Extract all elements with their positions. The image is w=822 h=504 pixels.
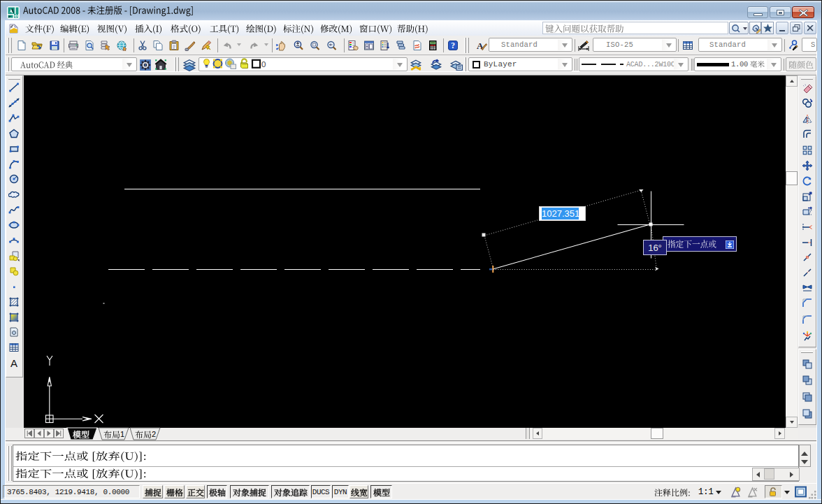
svg-text:A: A	[10, 357, 17, 368]
svg-text:0: 0	[261, 60, 266, 69]
svg-text:?: ?	[451, 41, 455, 50]
